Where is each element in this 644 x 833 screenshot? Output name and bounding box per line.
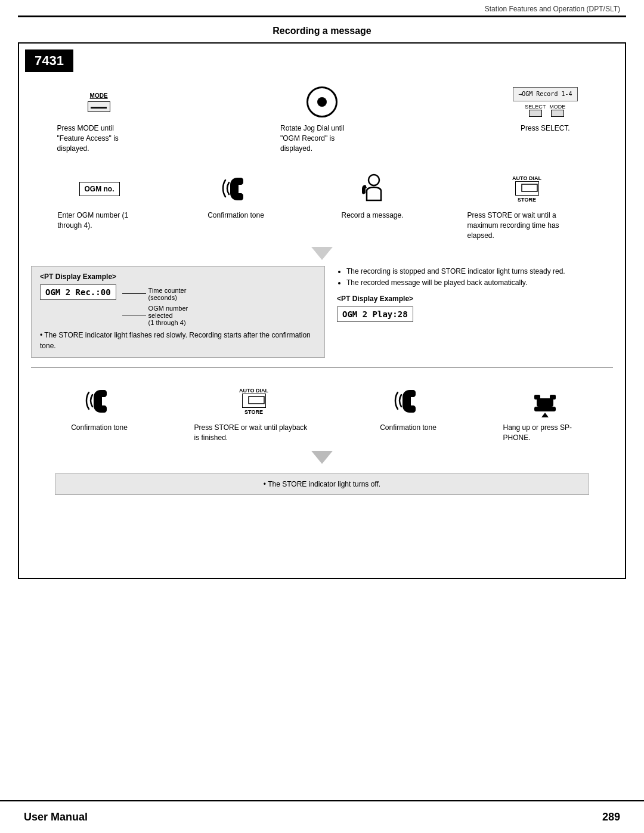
bstep-conf1-icon (84, 383, 115, 419)
store-icon-area: AUTO DIAL STORE (512, 171, 541, 207)
svg-rect-1 (522, 184, 537, 191)
bstep-store: AUTO DIAL STORE Press STORE or wait unti… (194, 383, 314, 443)
pt-annotations-left: Time counter(seconds) OGM numberselected… (122, 287, 188, 326)
pt-screen-left: OGM 2 Rec.:00 (40, 284, 116, 300)
step-select: →OGM Record 1-4 SELECT MODE (503, 84, 587, 134)
bstep-store-icon: AUTO DIAL STORE (239, 383, 268, 419)
page-body: Station Features and Operation (DPT/SLT)… (0, 0, 644, 615)
bstep-conf1-handset-icon (84, 385, 115, 417)
jog-dial-icon (306, 86, 338, 117)
bstep-conf2-label: Confirmation tone (380, 423, 436, 433)
right-bullets: The recording is stopped and STORE indic… (337, 266, 613, 289)
store-btn-icon: AUTO DIAL STORE (512, 175, 541, 203)
svg-rect-5 (534, 395, 540, 400)
jog-dial-center (317, 97, 327, 107)
step-record: Record a message. (331, 171, 414, 221)
pt-screen-right: OGM 2 Play:28 (337, 306, 413, 322)
ann-line-1: Time counter(seconds) (122, 287, 188, 301)
step-conf-tone-label: Confirmation tone (208, 210, 264, 221)
bstep-store-btn-inner (247, 395, 265, 405)
ann-line-2: OGM numberselected(1 through 4) (122, 305, 188, 326)
step-jog: Rotate Jog Dial until "OGM Record" is di… (280, 84, 364, 153)
step-select-label: Press SELECT. (521, 123, 570, 134)
bstep-conf2-icon (393, 383, 424, 419)
mode-icon-area: MODE ▬▬▬ (88, 84, 110, 120)
ann-text-2: OGM numberselected(1 through 4) (148, 305, 188, 326)
step-jog-label: Rotate Jog Dial until "OGM Record" is di… (280, 123, 364, 153)
hangup-icon (530, 385, 561, 417)
svg-point-0 (369, 175, 379, 185)
pt-display-right: The recording is stopped and STORE indic… (337, 266, 613, 358)
inner-rule (31, 367, 613, 368)
step-mode: MODE ▬▬▬ Press MODE until "Feature Acces… (57, 84, 141, 153)
svg-marker-7 (541, 413, 549, 417)
bstep-conf2-handset-icon (393, 385, 424, 417)
person-phone-icon (357, 173, 388, 205)
pt-display-left-title: <PT Display Example> (40, 272, 316, 281)
conf-tone-icon-area (221, 171, 252, 207)
main-content-box: 7431 MODE ▬▬▬ Press MODE until "Feature … (18, 42, 626, 579)
jog-icon-area (306, 84, 338, 120)
pt-display-left: <PT Display Example> OGM 2 Rec.:00 Time … (31, 266, 325, 358)
ogm-box-icon: OGM no. (79, 182, 120, 196)
svg-rect-3 (534, 407, 556, 411)
step-ogm-label: Enter OGM number (1 through 4). (58, 210, 141, 231)
final-note-box: • The STORE indicator light turns off. (55, 473, 589, 495)
page-title: Recording a message (0, 17, 644, 42)
bstep-conf1-label: Confirmation tone (71, 423, 128, 433)
bstep-conf2: Confirmation tone (367, 383, 450, 433)
final-note-text: • The STORE indicator light turns off. (264, 480, 380, 488)
pt-display-right-title: <PT Display Example> (337, 295, 613, 303)
step-row-1: MODE ▬▬▬ Press MODE until "Feature Acces… (19, 78, 625, 153)
svg-rect-6 (550, 395, 556, 400)
footer-right: 289 (602, 811, 620, 823)
triangle-pointer-2 (19, 448, 625, 464)
bstep-hangup: Hang up or press SP-PHONE. (503, 383, 587, 443)
pt-screen-area-left: OGM 2 Rec.:00 Time counter(seconds) OGM … (40, 284, 316, 326)
display-section: <PT Display Example> OGM 2 Rec.:00 Time … (19, 260, 625, 364)
svg-rect-4 (537, 398, 553, 407)
step-mode-label: Press MODE until "Feature Access" is dis… (57, 123, 141, 153)
ann-dash-1 (122, 293, 146, 294)
step-store: AUTO DIAL STORE Press STORE or wait unti… (467, 171, 587, 240)
bstep-store-btn-icon: AUTO DIAL STORE (239, 388, 268, 415)
step-store-label: Press STORE or wait until a maximum reco… (467, 210, 587, 240)
triangle-pointer-1 (19, 247, 625, 260)
bottom-step-row: Confirmation tone AUTO DIAL STORE (19, 377, 625, 443)
step-record-label: Record a message. (341, 210, 403, 221)
step-ogm: OGM no. Enter OGM number (1 through 4). (58, 171, 141, 231)
svg-rect-2 (249, 397, 264, 404)
step-row-2: OGM no. Enter OGM number (1 through 4). (19, 165, 625, 240)
pt-display-left-note-text: The STORE indicator light flashes red sl… (40, 331, 311, 350)
ogm-icon-area: OGM no. (79, 171, 120, 207)
record-icon-area (357, 171, 388, 207)
bstep-hangup-icon (530, 383, 561, 419)
select-icon-area: →OGM Record 1-4 SELECT MODE (513, 84, 577, 120)
store-btn-inner-icon (521, 183, 538, 193)
bstep-conf1: Confirmation tone (58, 383, 141, 433)
page-footer: User Manual 289 (0, 800, 644, 833)
ann-dash-2 (122, 315, 146, 315)
pt-display-left-note: • The STORE indicator light flashes red … (40, 330, 316, 351)
right-bullet-1: The recording is stopped and STORE indic… (346, 266, 613, 277)
model-badge: 7431 (25, 49, 73, 72)
header-subtitle: Station Features and Operation (DPT/SLT) (485, 5, 620, 13)
ann-text-1: Time counter(seconds) (148, 287, 187, 301)
footer-left: User Manual (24, 811, 88, 823)
right-bullet-2: The recorded message will be played back… (346, 277, 613, 289)
bstep-store-label: Press STORE or wait until playback is fi… (194, 423, 314, 443)
step-conf-tone: Confirmation tone (194, 171, 278, 221)
page-header: Station Features and Operation (DPT/SLT) (0, 0, 644, 16)
handset-waves-icon (221, 173, 252, 205)
bstep-hangup-label: Hang up or press SP-PHONE. (503, 423, 587, 443)
